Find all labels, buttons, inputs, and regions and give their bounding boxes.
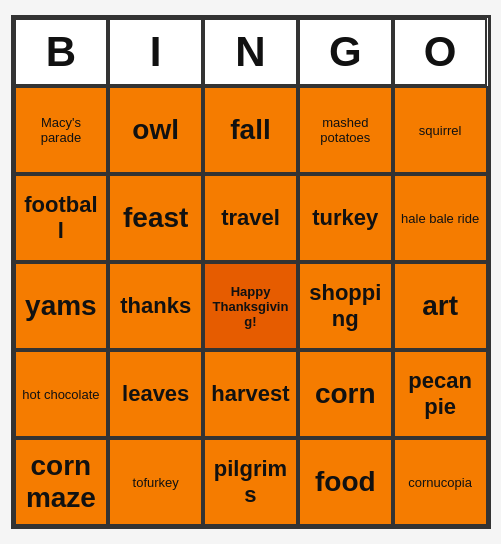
bingo-cell-20: corn maze (14, 438, 109, 526)
bingo-cell-13: shopping (298, 262, 393, 350)
header-letter-o: O (393, 18, 488, 86)
bingo-cell-14: art (393, 262, 488, 350)
bingo-cell-8: turkey (298, 174, 393, 262)
bingo-cell-19: pecan pie (393, 350, 488, 438)
bingo-cell-3: mashed potatoes (298, 86, 393, 174)
bingo-cell-2: fall (203, 86, 298, 174)
bingo-cell-18: corn (298, 350, 393, 438)
bingo-cell-16: leaves (108, 350, 203, 438)
bingo-cell-7: travel (203, 174, 298, 262)
bingo-cell-22: pilgrims (203, 438, 298, 526)
bingo-cell-17: harvest (203, 350, 298, 438)
header-letter-g: G (298, 18, 393, 86)
bingo-cell-11: thanks (108, 262, 203, 350)
bingo-cell-15: hot chocolate (14, 350, 109, 438)
bingo-cell-1: owl (108, 86, 203, 174)
bingo-grid: Macy's paradeowlfallmashed potatoessquir… (14, 86, 488, 526)
bingo-header: BINGO (14, 18, 488, 86)
bingo-card: BINGO Macy's paradeowlfallmashed potatoe… (11, 15, 491, 529)
header-letter-b: B (14, 18, 109, 86)
bingo-cell-5: football (14, 174, 109, 262)
bingo-cell-23: food (298, 438, 393, 526)
bingo-cell-9: hale bale ride (393, 174, 488, 262)
bingo-cell-24: cornucopia (393, 438, 488, 526)
bingo-cell-6: feast (108, 174, 203, 262)
header-letter-i: I (108, 18, 203, 86)
bingo-cell-21: tofurkey (108, 438, 203, 526)
bingo-cell-4: squirrel (393, 86, 488, 174)
header-letter-n: N (203, 18, 298, 86)
bingo-cell-12: Happy Thanksgiving! (203, 262, 298, 350)
bingo-cell-0: Macy's parade (14, 86, 109, 174)
bingo-cell-10: yams (14, 262, 109, 350)
